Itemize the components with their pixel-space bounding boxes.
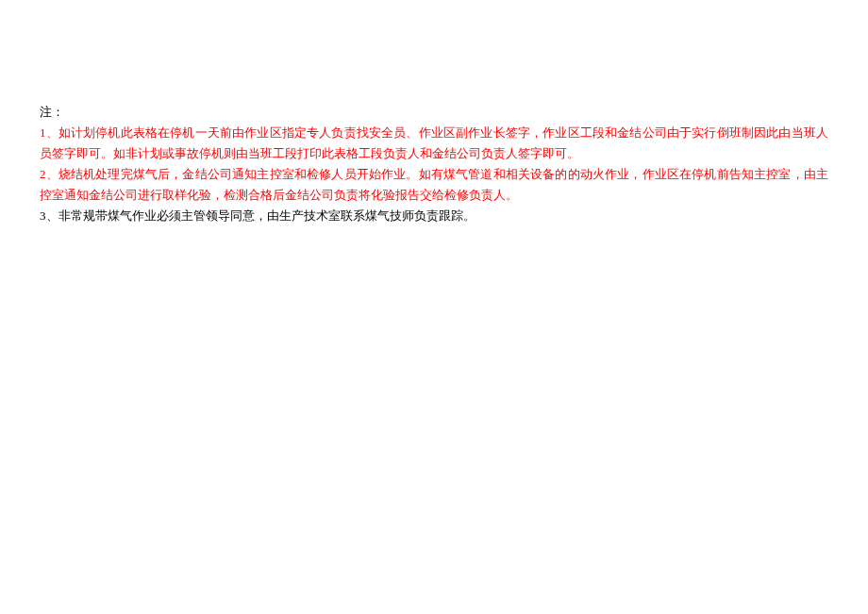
document-content: 注： 1、如计划停机此表格在停机一天前由作业区指定专人负责找安全员、作业区副作业…: [0, 0, 868, 227]
notes-heading: 注：: [40, 102, 828, 123]
note-item-3: 3、非常规带煤气作业必须主管领导同意，由生产技术室联系煤气技师负责跟踪。: [40, 206, 828, 226]
note-item-1: 1、如计划停机此表格在停机一天前由作业区指定专人负责找安全员、作业区副作业长签字…: [40, 123, 828, 164]
note-item-2: 2、烧结机处理完煤气后，金结公司通知主控室和检修人员开始作业。如有煤气管道和相关…: [40, 164, 828, 206]
